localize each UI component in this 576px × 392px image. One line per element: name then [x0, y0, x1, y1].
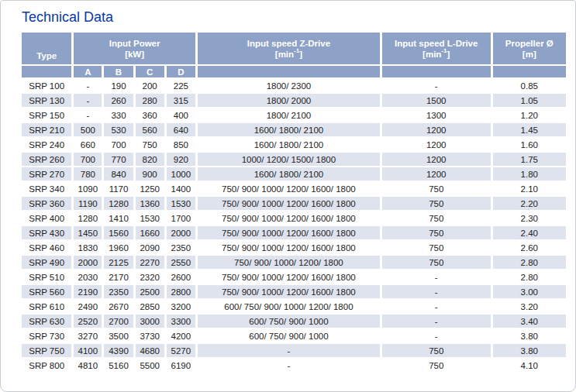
cell-b: 700	[104, 138, 133, 151]
l-drive-unit: [min-1]	[382, 49, 491, 60]
cell-z-speed: 750/ 900/ 1000/ 1200/ 1600/ 1800	[198, 270, 380, 284]
cell-type: SRP 730	[22, 329, 71, 342]
cell-z-speed: 600/ 750/ 900/ 1000/ 1200/ 1800	[198, 300, 380, 313]
subheader-empty-l-drive	[382, 66, 491, 77]
cell-b: 2350	[104, 285, 133, 298]
cell-prop: 1.60	[493, 138, 566, 151]
table-row: SRP 3401090117012501400750/ 900/ 1000/ 1…	[22, 182, 566, 195]
subheader-b: B	[104, 66, 133, 77]
header-row-sub: A B C D	[22, 66, 566, 77]
cell-d: 3200	[167, 300, 195, 313]
cell-c: 560	[136, 123, 164, 136]
cell-z-speed: -	[198, 359, 380, 372]
content-panel: Technical Data Type Input Power [kW] Inp…	[0, 0, 576, 392]
table-row: SRP 6102490267028503200600/ 750/ 900/ 10…	[22, 300, 566, 313]
cell-type: SRP 630	[22, 315, 71, 328]
table-row: SRP 3601190128013601530750/ 900/ 1000/ 1…	[22, 197, 566, 210]
cell-l-speed: 750	[382, 256, 491, 269]
z-drive-unit: [min-1]	[198, 49, 380, 60]
table-row: SRP 4902000212522702550750/ 900/ 1000/ 1…	[22, 256, 566, 269]
cell-type: SRP 130	[22, 94, 71, 107]
cell-a: 4810	[74, 359, 102, 372]
cell-l-speed: 1200	[382, 167, 491, 181]
cell-a: 2000	[74, 256, 102, 269]
cell-c: 2500	[136, 285, 164, 298]
cell-l-speed: 750	[382, 359, 491, 372]
cell-b: 5160	[104, 359, 133, 372]
cell-d: 1700	[167, 211, 195, 225]
cell-prop: 3.20	[493, 300, 566, 313]
cell-prop: 2.80	[493, 270, 566, 284]
propeller-unit: [m]	[493, 49, 566, 60]
l-drive-label: Input speed L-Drive	[382, 38, 491, 49]
table-body: SRP 100-1902002251800/ 2300-0.85SRP 130-…	[22, 79, 566, 372]
cell-type: SRP 270	[22, 167, 71, 181]
subheader-d: D	[167, 66, 195, 77]
input-power-unit: [kW]	[74, 49, 195, 60]
cell-l-speed: -	[382, 270, 491, 284]
cell-prop: 1.05	[493, 94, 566, 107]
cell-l-speed: 750	[382, 241, 491, 254]
cell-type: SRP 360	[22, 197, 71, 210]
cell-b: 2170	[104, 270, 133, 284]
cell-type: SRP 100	[22, 79, 71, 92]
cell-prop: 3.80	[493, 329, 566, 342]
cell-prop: 2.40	[493, 226, 566, 239]
table-row: SRP 6302520270030003300600/ 750/ 900/ 10…	[22, 315, 566, 328]
table-row: SRP 7504100439046805270-7503.80	[22, 344, 566, 357]
cell-b: 4390	[104, 344, 133, 357]
cell-a: 2190	[74, 285, 102, 298]
cell-l-speed: -	[382, 79, 491, 92]
cell-prop: 3.00	[493, 285, 566, 298]
cell-b: 1410	[104, 211, 133, 225]
cell-type: SRP 750	[22, 344, 71, 357]
col-header-z-drive: Input speed Z-Drive [min-1]	[198, 33, 380, 64]
page-title: Technical Data	[22, 9, 575, 26]
subheader-empty-type	[22, 66, 71, 77]
cell-a: 500	[74, 123, 102, 136]
cell-a: 1450	[74, 226, 102, 239]
cell-a: 3270	[74, 329, 102, 342]
table-row: SRP 2105005305606401600/ 1800/ 210012001…	[22, 123, 566, 136]
cell-z-speed: 750/ 900/ 1000/ 1200/ 1800	[198, 256, 380, 269]
cell-type: SRP 340	[22, 182, 71, 195]
cell-a: 4100	[74, 344, 102, 357]
table-row: SRP 2406607007508501600/ 1800/ 210012001…	[22, 138, 566, 151]
cell-d: 5270	[167, 344, 195, 357]
cell-d: 2550	[167, 256, 195, 269]
cell-prop: 3.80	[493, 344, 566, 357]
cell-d: 1400	[167, 182, 195, 195]
cell-b: 840	[104, 167, 133, 181]
cell-prop: 1.45	[493, 123, 566, 136]
cell-d: 850	[167, 138, 195, 151]
cell-b: 190	[104, 79, 133, 92]
subheader-c: C	[136, 66, 164, 77]
type-label: Type	[36, 51, 57, 60]
cell-l-speed: 750	[382, 197, 491, 210]
cell-b: 3500	[104, 329, 133, 342]
cell-c: 2090	[136, 241, 164, 254]
cell-z-speed: 1800/ 2300	[198, 79, 380, 92]
cell-b: 2125	[104, 256, 133, 269]
cell-c: 820	[136, 153, 164, 166]
table-row: SRP 130-2602803151800/ 200015001.05	[22, 94, 566, 107]
cell-c: 900	[136, 167, 164, 181]
cell-type: SRP 240	[22, 138, 71, 151]
table-row: SRP 5102030217023202600750/ 900/ 1000/ 1…	[22, 270, 566, 284]
table-row: SRP 7303270350037304200600/ 750/ 900/ 10…	[22, 329, 566, 342]
cell-d: 1530	[167, 197, 195, 210]
cell-prop: 3.40	[493, 315, 566, 328]
cell-type: SRP 430	[22, 226, 71, 239]
cell-l-speed: 1300	[382, 108, 491, 122]
cell-b: 2670	[104, 300, 133, 313]
cell-prop: 4.10	[493, 359, 566, 372]
cell-b: 330	[104, 108, 133, 122]
col-header-type: Type	[22, 33, 71, 64]
propeller-label: Propeller Ø	[493, 38, 566, 49]
cell-b: 770	[104, 153, 133, 166]
cell-d: 920	[167, 153, 195, 166]
cell-d: 1000	[167, 167, 195, 181]
cell-l-speed: 750	[382, 211, 491, 225]
cell-b: 1170	[104, 182, 133, 195]
cell-prop: 1.80	[493, 167, 566, 181]
